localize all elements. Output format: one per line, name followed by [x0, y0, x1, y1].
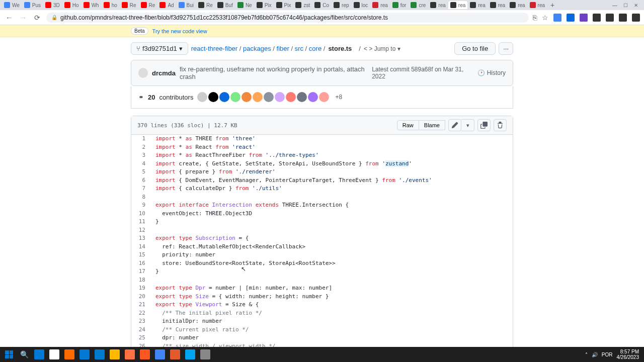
line-number[interactable]: 14 — [131, 243, 151, 251]
code-line[interactable]: 8 — [131, 193, 513, 202]
code-line[interactable]: 25 dpr: number — [131, 334, 513, 342]
browser-tab[interactable]: loc — [352, 1, 370, 9]
browser-tab[interactable]: Wh — [82, 1, 101, 9]
taskbar-app[interactable] — [32, 347, 46, 361]
browser-tab[interactable]: Ad — [157, 1, 176, 9]
code-line[interactable]: 16 store: UseBoundStore<RootState, Store… — [131, 259, 513, 268]
line-number[interactable]: 18 — [131, 276, 151, 285]
extension-icon[interactable] — [593, 14, 601, 22]
browser-tab[interactable]: Co — [312, 1, 331, 9]
contributor-avatar[interactable] — [297, 92, 307, 102]
line-number[interactable]: 12 — [131, 226, 151, 235]
line-number[interactable]: 11 — [131, 218, 151, 226]
copy-button[interactable] — [477, 119, 491, 131]
line-number[interactable]: 20 — [131, 293, 151, 301]
edit-button[interactable] — [448, 119, 461, 131]
line-number[interactable]: 21 — [131, 301, 151, 309]
maximize-icon[interactable]: ☐ — [623, 3, 628, 8]
code-line[interactable]: 5import { prepare } from './renderer' — [131, 168, 513, 176]
contributor-avatar[interactable] — [264, 92, 274, 102]
line-number[interactable]: 23 — [131, 317, 151, 326]
line-number[interactable]: 24 — [131, 326, 151, 334]
browser-tab[interactable]: zst — [293, 1, 312, 9]
contributor-avatar[interactable] — [308, 92, 318, 102]
history-link[interactable]: 🕑 History — [477, 69, 506, 76]
bookmark-icon[interactable]: ☆ — [542, 14, 548, 22]
code-line[interactable]: 24 /** Current pixel ratio */ — [131, 326, 513, 334]
browser-tab[interactable]: Re — [196, 1, 215, 9]
taskbar-app[interactable] — [183, 347, 197, 361]
line-number[interactable]: 7 — [131, 185, 151, 193]
delete-button[interactable] — [494, 119, 507, 131]
blame-button[interactable]: Blame — [419, 120, 445, 130]
contributor-avatar[interactable] — [286, 92, 296, 102]
taskbar-app[interactable] — [62, 347, 76, 361]
contributor-avatar[interactable] — [197, 92, 207, 102]
code-line[interactable]: 9export interface Intersection extends T… — [131, 201, 513, 210]
tray-volume-icon[interactable]: 🔊 — [592, 352, 598, 357]
browser-tab[interactable]: rea — [448, 1, 467, 9]
commit-author[interactable]: drcmda — [152, 69, 176, 77]
line-number[interactable]: 3 — [131, 151, 151, 160]
code-line[interactable]: 4import create, { GetState, SetState, St… — [131, 160, 513, 168]
browser-tab[interactable]: Pix — [274, 1, 293, 9]
code-line[interactable]: 23 initialDpr: number — [131, 317, 513, 326]
browser-tab[interactable]: rea — [488, 1, 507, 9]
browser-tab[interactable]: rep — [332, 1, 351, 9]
browser-tab[interactable]: Pix — [255, 1, 274, 9]
browser-tab[interactable]: We — [2, 1, 22, 9]
line-number[interactable]: 22 — [131, 309, 151, 318]
breadcrumb-link[interactable]: packages — [243, 45, 271, 52]
code-line[interactable]: 20export type Size = { width: number; he… — [131, 293, 513, 301]
line-number[interactable]: 16 — [131, 259, 151, 268]
browser-tab[interactable]: Pus — [22, 1, 43, 9]
extension-icon[interactable] — [580, 14, 588, 22]
edit-dropdown[interactable]: ▾ — [461, 119, 474, 131]
code-line[interactable]: 14 ref: React.MutableRefObject<RenderCal… — [131, 243, 513, 251]
url-field[interactable]: 🔒 github.com/pmndrs/react-three-fiber/bl… — [46, 13, 529, 23]
breadcrumb-link[interactable]: core — [309, 45, 321, 52]
contributor-avatar[interactable] — [319, 92, 329, 102]
contributor-avatar[interactable] — [253, 92, 263, 102]
line-number[interactable]: 8 — [131, 193, 151, 202]
line-number[interactable]: 1 — [131, 135, 151, 143]
contributor-avatar[interactable] — [242, 92, 252, 102]
code-line[interactable]: 22 /** The initial pixel ratio */ — [131, 309, 513, 318]
line-number[interactable]: 2 — [131, 143, 151, 152]
contributor-avatar[interactable] — [208, 92, 218, 102]
browser-tab[interactable]: Ho — [62, 1, 81, 9]
code-line[interactable]: 18 — [131, 276, 513, 285]
breadcrumb-link[interactable]: react-three-fiber — [191, 45, 237, 52]
browser-tab[interactable]: Re — [120, 1, 138, 9]
code-line[interactable]: 2import * as React from 'react' — [131, 143, 513, 152]
code-line[interactable]: 10 eventObject: THREE.Object3D — [131, 210, 513, 218]
jump-to-menu[interactable]: < > Jump to ▾ — [364, 45, 400, 52]
branch-selector[interactable]: ⑂ f3d92751d1 ▾ — [131, 42, 188, 55]
browser-tab[interactable]: cre — [409, 1, 428, 9]
reload-button[interactable]: ⟳ — [32, 13, 42, 23]
contributor-avatar[interactable] — [275, 92, 285, 102]
install-icon[interactable]: ⎘ — [533, 14, 537, 22]
taskbar-app[interactable] — [47, 347, 61, 361]
code-line[interactable]: 6import { DomEvent, EventManager, Pointe… — [131, 176, 513, 185]
line-number[interactable]: 5 — [131, 168, 151, 176]
code-line[interactable]: 11} — [131, 218, 513, 226]
extension-icon[interactable] — [632, 14, 640, 22]
line-number[interactable]: 13 — [131, 234, 151, 243]
close-icon[interactable]: ✕ — [634, 3, 638, 8]
code-line[interactable]: 7import { calculateDpr } from './utils' — [131, 185, 513, 193]
extension-icon[interactable] — [619, 14, 627, 22]
contributors-more[interactable]: +8 — [333, 94, 342, 101]
breadcrumb-link[interactable]: src — [295, 45, 303, 52]
browser-tab[interactable]: for — [390, 1, 409, 9]
line-number[interactable]: 6 — [131, 176, 151, 185]
commit-message[interactable]: fix re-parenting, useframe not working p… — [180, 65, 372, 80]
extension-icon[interactable] — [567, 14, 575, 22]
search-button[interactable]: 🔍 — [17, 347, 31, 361]
code-body[interactable]: 1import * as THREE from 'three'2import *… — [131, 135, 513, 362]
new-tab-button[interactable]: + — [547, 1, 557, 9]
taskbar-app[interactable] — [168, 347, 182, 361]
taskbar-app[interactable] — [138, 347, 152, 361]
taskbar-clock[interactable]: 8:57 PM 4/26/2023 — [617, 349, 639, 360]
go-to-file-button[interactable]: Go to file — [454, 42, 496, 55]
